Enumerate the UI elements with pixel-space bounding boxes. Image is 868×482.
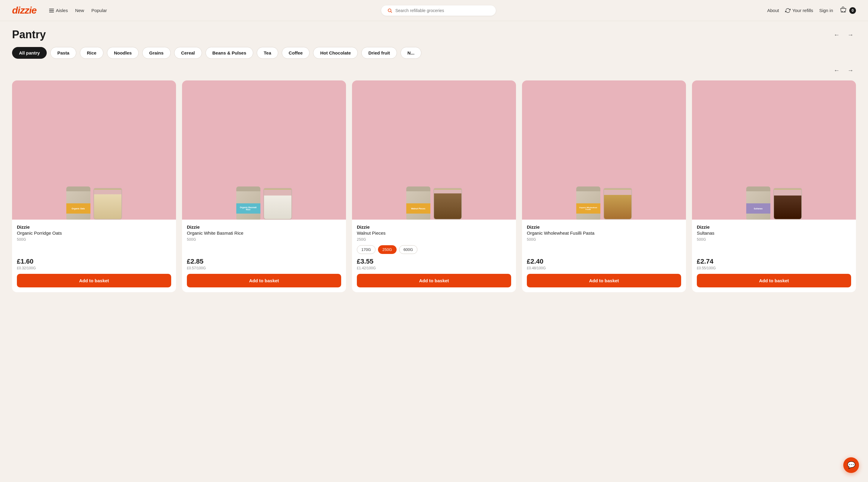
search-wrapper bbox=[381, 5, 496, 16]
sultana-jar bbox=[773, 188, 802, 220]
product-card-walnut: Walnut Pieces Dizzie Walnut Pieces 250G … bbox=[352, 81, 516, 292]
category-pill-pasta[interactable]: Pasta bbox=[50, 47, 76, 59]
category-pill-nuts[interactable]: N... bbox=[401, 47, 421, 59]
products-area: Organic Oats Dizzie Organic Porridge Oat… bbox=[0, 75, 868, 304]
product-unit-price-rice: £0.57/100G bbox=[187, 266, 341, 270]
products-next-arrow[interactable]: → bbox=[845, 65, 856, 75]
basket-count: 0 bbox=[849, 7, 856, 14]
basket-area[interactable]: 0 bbox=[839, 6, 856, 15]
signin-link[interactable]: Sign in bbox=[819, 8, 833, 13]
walnut-jar bbox=[433, 188, 462, 220]
category-pill-coffee[interactable]: Coffee bbox=[282, 47, 310, 59]
hamburger-icon bbox=[49, 9, 54, 12]
sultana-tin: Sultanas bbox=[746, 187, 770, 220]
chat-bubble[interactable]: 💬 bbox=[843, 457, 859, 473]
product-brand-pasta: Dizzie bbox=[527, 224, 681, 230]
product-name-pasta: Organic Wholewheat Fusilli Pasta bbox=[527, 230, 681, 236]
search-input[interactable] bbox=[396, 8, 490, 13]
product-price-pasta: £2.40 £0.48/100G bbox=[527, 254, 681, 270]
product-weight-pasta: 500G bbox=[527, 237, 681, 242]
header-right: About Your refills Sign in 0 bbox=[767, 6, 856, 15]
product-illus-walnut: Walnut Pieces bbox=[352, 81, 516, 220]
nav-aisles[interactable]: Aisles bbox=[46, 6, 71, 15]
product-brand-oats: Dizzie bbox=[17, 224, 171, 230]
oats-jar bbox=[93, 188, 122, 220]
category-pill-cereal[interactable]: Cereal bbox=[174, 47, 202, 59]
add-to-basket-pasta[interactable]: Add to basket bbox=[527, 274, 681, 287]
search-icon bbox=[387, 8, 393, 13]
product-unit-price-walnut: £1.42/100G bbox=[357, 266, 511, 270]
product-weight-walnut: 250G bbox=[357, 237, 511, 242]
page-title-section: Pantry ← → bbox=[0, 21, 868, 43]
product-price-sultana: £2.74 £0.55/100G bbox=[697, 254, 851, 270]
oats-tin: Organic Oats bbox=[66, 187, 90, 220]
product-weight-oats: 500G bbox=[17, 237, 171, 242]
refills-link[interactable]: Your refills bbox=[785, 8, 813, 13]
product-price-value-rice: £2.85 bbox=[187, 258, 341, 265]
products-row: Organic Oats Dizzie Organic Porridge Oat… bbox=[12, 81, 856, 292]
add-to-basket-walnut[interactable]: Add to basket bbox=[357, 274, 511, 287]
product-name-oats: Organic Porridge Oats bbox=[17, 230, 171, 236]
products-prev-arrow[interactable]: ← bbox=[831, 65, 842, 75]
title-nav-arrows: ← → bbox=[831, 29, 856, 40]
product-image-sultana: Sultanas bbox=[692, 81, 856, 220]
product-info-sultana: Dizzie Sultanas 500G £2.74 £0.55/100G bbox=[692, 220, 856, 270]
product-card-rice: Organic Basmati Rice Dizzie Organic Whit… bbox=[182, 81, 346, 292]
product-weight-rice: 500G bbox=[187, 237, 341, 242]
product-info-walnut: Dizzie Walnut Pieces 250G 170G 250G 600G… bbox=[352, 220, 516, 270]
header: dizzie Aisles New Popular About Your re bbox=[0, 0, 868, 21]
size-600g[interactable]: 600G bbox=[399, 245, 418, 254]
product-illus-rice: Organic Basmati Rice bbox=[182, 81, 346, 220]
product-name-sultana: Sultanas bbox=[697, 230, 851, 236]
page-title: Pantry bbox=[12, 28, 46, 41]
category-pill-all[interactable]: All pantry bbox=[12, 47, 47, 59]
svg-point-3 bbox=[844, 11, 845, 12]
category-pill-noodles[interactable]: Noodles bbox=[107, 47, 138, 59]
nav-new[interactable]: New bbox=[72, 6, 87, 15]
product-card-pasta: Organic Wholewheat Fusilli Dizzie Organi… bbox=[522, 81, 686, 292]
product-illus-sultana: Sultanas bbox=[692, 81, 856, 220]
category-pill-beans[interactable]: Beans & Pulses bbox=[206, 47, 253, 59]
title-prev-arrow[interactable]: ← bbox=[831, 29, 842, 40]
chat-icon: 💬 bbox=[847, 461, 855, 469]
pasta-tin: Organic Wholewheat Fusilli bbox=[576, 187, 600, 220]
svg-point-0 bbox=[388, 9, 391, 12]
products-nav: ← → bbox=[0, 62, 868, 75]
title-next-arrow[interactable]: → bbox=[845, 29, 856, 40]
add-to-basket-oats[interactable]: Add to basket bbox=[17, 274, 171, 287]
product-brand-walnut: Dizzie bbox=[357, 224, 511, 230]
size-170g[interactable]: 170G bbox=[357, 245, 375, 254]
size-250g[interactable]: 250G bbox=[378, 245, 397, 254]
product-name-walnut: Walnut Pieces bbox=[357, 230, 511, 236]
logo[interactable]: dizzie bbox=[12, 5, 36, 16]
product-name-rice: Organic White Basmati Rice bbox=[187, 230, 341, 236]
product-unit-price-oats: £0.32/100G bbox=[17, 266, 171, 270]
product-image-rice: Organic Basmati Rice bbox=[182, 81, 346, 220]
nav-popular[interactable]: Popular bbox=[88, 6, 110, 15]
add-to-basket-rice[interactable]: Add to basket bbox=[187, 274, 341, 287]
about-link[interactable]: About bbox=[767, 8, 779, 13]
product-unit-price-sultana: £0.55/100G bbox=[697, 266, 851, 270]
category-pill-hot-choc[interactable]: Hot Chocolate bbox=[313, 47, 358, 59]
refills-icon bbox=[785, 8, 790, 13]
product-price-rice: £2.85 £0.57/100G bbox=[187, 254, 341, 270]
rice-jar bbox=[264, 188, 292, 220]
basket-icon bbox=[839, 6, 847, 15]
category-pill-rice[interactable]: Rice bbox=[80, 47, 103, 59]
product-price-value-pasta: £2.40 bbox=[527, 258, 681, 265]
walnut-tin: Walnut Pieces bbox=[406, 187, 430, 220]
pasta-jar bbox=[603, 188, 632, 220]
rice-tin: Organic Basmati Rice bbox=[236, 187, 260, 220]
size-options-walnut: 170G 250G 600G bbox=[357, 245, 511, 254]
product-price-value-sultana: £2.74 bbox=[697, 258, 851, 265]
category-pill-dried-fruit[interactable]: Dried fruit bbox=[361, 47, 397, 59]
product-info-oats: Dizzie Organic Porridge Oats 500G £1.60 … bbox=[12, 220, 176, 270]
main-nav: Aisles New Popular bbox=[46, 6, 110, 15]
add-to-basket-sultana[interactable]: Add to basket bbox=[697, 274, 851, 287]
product-image-walnut: Walnut Pieces bbox=[352, 81, 516, 220]
svg-line-1 bbox=[391, 11, 392, 13]
category-pill-grains[interactable]: Grains bbox=[142, 47, 170, 59]
category-pill-tea[interactable]: Tea bbox=[257, 47, 278, 59]
product-info-rice: Dizzie Organic White Basmati Rice 500G £… bbox=[182, 220, 346, 270]
product-illus-oats: Organic Oats bbox=[12, 81, 176, 220]
